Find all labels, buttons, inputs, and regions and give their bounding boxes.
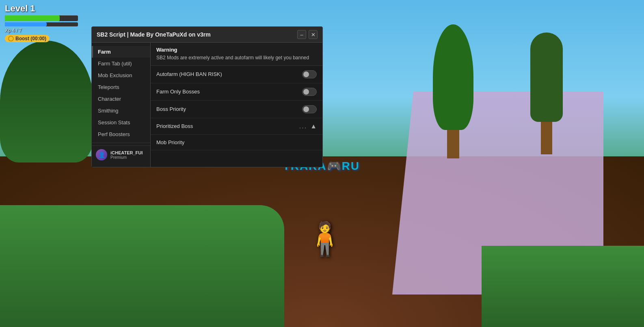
autofarm-toggle-row[interactable]: Autofarm (HIGH BAN RISK) [151, 66, 322, 83]
tree-right-2 [433, 24, 473, 158]
user-name: iCHEATER_FUI [110, 150, 143, 155]
boss-priority-toggle[interactable] [302, 105, 317, 113]
sidebar-item-farm-tab[interactable]: Farm Tab (util) [92, 58, 150, 69]
user-badge: Premium [110, 155, 143, 160]
sidebar-item-character[interactable]: Character [92, 93, 150, 105]
xp-text: Xp 4 / 7 [5, 28, 78, 33]
sidebar-divider [92, 143, 150, 143]
tree-right-1 [530, 32, 563, 154]
farm-only-bosses-toggle[interactable] [302, 88, 317, 96]
level-text: Level 1 [5, 3, 78, 14]
avatar: 👤 [96, 149, 107, 160]
dropdown-controls: ... ▲ [299, 123, 317, 130]
sidebar-item-teleports[interactable]: Teleports [92, 81, 150, 93]
boost-badge: Boost (00:00) [5, 35, 50, 42]
prioritized-boss-row[interactable]: Prioritized Boss ... ▲ [151, 118, 322, 135]
xp-bar-background [5, 22, 78, 26]
dialog-title: SB2 Script | Made By OneTaPuXd on v3rm [97, 31, 211, 38]
xp-bar-fill [5, 22, 47, 26]
user-info: iCHEATER_FUI Premium [110, 150, 143, 160]
mob-priority-row[interactable]: Mob Priority [151, 135, 322, 150]
autofarm-knob [303, 71, 309, 77]
close-button[interactable]: ✕ [309, 30, 318, 39]
mob-priority-label: Mob Priority [156, 139, 184, 145]
farm-only-bosses-toggle-row[interactable]: Farm Only Bosses [151, 83, 322, 101]
tree-left-bg [0, 41, 93, 162]
warning-text: SB2 Mods are extremely active and autofa… [156, 54, 317, 61]
hp-bar-fill [5, 15, 60, 21]
sidebar: Farm Farm Tab (util) Mob Exclusion Telep… [92, 43, 151, 167]
warning-section: Warning SB2 Mods are extremely active an… [151, 43, 322, 66]
sidebar-item-mob-exclusion[interactable]: Mob Exclusion [92, 69, 150, 81]
dialog-controls: – ✕ [297, 30, 318, 39]
script-dialog: SB2 Script | Made By OneTaPuXd on v3rm –… [91, 26, 323, 167]
sidebar-item-perf-boosters[interactable]: Perf Boosters [92, 128, 150, 140]
chevron-up-icon: ▲ [310, 123, 317, 130]
warning-title: Warning [156, 47, 317, 53]
sidebar-item-smithing[interactable]: Smithing [92, 105, 150, 117]
autofarm-label: Autofarm (HIGH BAN RISK) [156, 71, 222, 77]
dialog-titlebar: SB2 Script | Made By OneTaPuXd on v3rm –… [92, 27, 322, 43]
hp-bar-background [5, 15, 78, 21]
sidebar-item-farm[interactable]: Farm [92, 46, 150, 58]
farm-only-bosses-knob [303, 89, 309, 95]
player-character: 🧍 [305, 220, 345, 258]
sidebar-item-session-stats[interactable]: Session Stats [92, 117, 150, 128]
user-area: 👤 iCHEATER_FUI Premium [92, 145, 150, 164]
boss-priority-toggle-row[interactable]: Boss Priority [151, 101, 322, 118]
hud: Level 1 Xp 4 / 7 Boost (00:00) [0, 0, 83, 48]
boost-icon [8, 36, 14, 41]
autofarm-toggle[interactable] [302, 70, 317, 78]
prioritized-boss-label: Prioritized Boss [156, 123, 193, 129]
dropdown-dots-icon: ... [299, 123, 307, 130]
farm-only-bosses-label: Farm Only Bosses [156, 89, 200, 95]
boss-priority-knob [303, 106, 309, 112]
grass-right [482, 246, 644, 327]
minimize-button[interactable]: – [297, 30, 306, 39]
boss-priority-label: Boss Priority [156, 106, 186, 112]
dialog-body: Farm Farm Tab (util) Mob Exclusion Telep… [92, 43, 322, 167]
main-content: Warning SB2 Mods are extremely active an… [151, 43, 322, 167]
grass-left [0, 205, 284, 327]
